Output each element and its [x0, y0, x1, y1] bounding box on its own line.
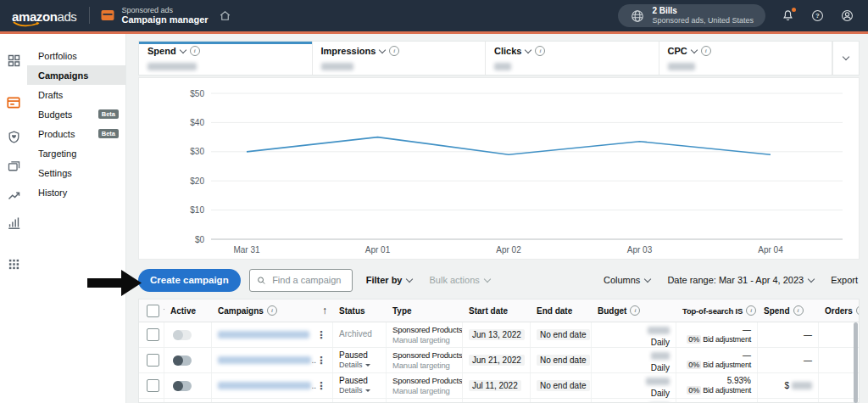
metric-card-spend[interactable]: Spend: [139, 42, 313, 75]
top-of-search-block: —0% Bid adjustment: [682, 325, 751, 345]
create-campaign-button[interactable]: Create campaign: [138, 269, 241, 292]
account-avatar-icon[interactable]: [840, 8, 854, 23]
metric-card-header: Spend: [147, 46, 303, 56]
bulk-actions-label: Bulk actions: [429, 275, 479, 285]
all-apps-grid-icon[interactable]: [4, 255, 23, 273]
dashboard-grid-icon[interactable]: [4, 51, 23, 70]
chevron-down-icon[interactable]: [525, 46, 531, 53]
chevron-down-icon: [808, 275, 815, 282]
campaign-name-redacted[interactable]: [218, 382, 311, 389]
chevron-down-icon[interactable]: [379, 46, 386, 53]
campaign-name-redacted[interactable]: [218, 356, 311, 364]
column-header-active[interactable]: Active: [164, 306, 212, 316]
info-icon[interactable]: [856, 305, 859, 316]
sidebar-item-history[interactable]: History: [27, 182, 125, 202]
info-icon[interactable]: [793, 305, 804, 316]
column-header-spend[interactable]: Spend: [758, 305, 819, 316]
budget-period: Daily: [651, 363, 670, 372]
performance-trend-icon[interactable]: [4, 186, 23, 204]
sidebar-item-targeting[interactable]: Targeting: [27, 143, 125, 163]
campaign-name-redacted[interactable]: [218, 331, 309, 339]
metric-card-clicks[interactable]: Clicks: [486, 42, 659, 75]
sort-ascending-icon[interactable]: ↑: [322, 305, 327, 316]
column-header-end-date[interactable]: End date: [531, 306, 592, 316]
active-toggle[interactable]: [173, 330, 192, 340]
column-header-budget[interactable]: Budget: [592, 305, 676, 316]
page-title: Campaign manager: [121, 14, 208, 25]
collapse-metrics-button[interactable]: [832, 42, 859, 75]
active-toggle[interactable]: [173, 381, 192, 391]
metric-card-impressions[interactable]: Impressions: [313, 42, 487, 75]
row-type-cell: Sponsored ProductsManual targeting: [387, 348, 463, 372]
row-active-cell: [164, 399, 212, 403]
sidebar-item-products[interactable]: ProductsBeta: [27, 124, 125, 143]
brand-safety-shield-icon[interactable]: [4, 127, 23, 146]
type-block: Sponsored ProductsManual targeting: [392, 376, 456, 396]
notifications-bell-icon[interactable]: [781, 8, 795, 23]
row-checkbox[interactable]: [147, 328, 159, 341]
info-icon[interactable]: [389, 46, 399, 56]
status-details-toggle[interactable]: Details: [339, 361, 380, 370]
top-of-search-value: —: [743, 325, 751, 336]
status-block: PausedDetails: [339, 350, 380, 371]
amazon-ads-logo[interactable]: amazonads: [12, 8, 76, 23]
column-header-campaigns[interactable]: Campaigns↑: [212, 305, 333, 316]
table-scrollbar[interactable]: [854, 322, 858, 403]
campaign-search-box[interactable]: [249, 269, 353, 292]
date-range-dropdown[interactable]: Date range: Mar 31 - Apr 4, 2023: [667, 275, 814, 285]
sidebar-item-settings[interactable]: Settings: [27, 163, 125, 182]
bulk-actions-dropdown[interactable]: Bulk actions: [429, 275, 489, 285]
creatives-images-icon[interactable]: [4, 157, 23, 176]
row-checkbox[interactable]: [147, 379, 159, 392]
row-checkbox[interactable]: [147, 354, 159, 367]
reports-bar-chart-icon[interactable]: [4, 213, 23, 232]
metric-card-cpc[interactable]: CPC: [659, 42, 833, 75]
topbar-left: amazonads Sponsored ads Campaign manager: [0, 6, 231, 25]
account-switcher[interactable]: 2 Bills Sponsored ads, United States: [618, 4, 765, 27]
info-icon[interactable]: [190, 46, 200, 56]
row-start-date-cell: Jun 13, 2022: [463, 322, 531, 347]
kebab-menu-icon[interactable]: [316, 381, 326, 391]
search-input[interactable]: [270, 274, 345, 286]
row-select-cell: [139, 322, 164, 347]
home-icon[interactable]: [219, 9, 231, 22]
budget-value-line: [651, 348, 670, 363]
top-navigation-bar: amazonads Sponsored ads Campaign manager: [0, 0, 868, 34]
y-axis-tick-label: $30: [190, 147, 204, 156]
notification-dot: [792, 8, 796, 12]
info-icon[interactable]: [746, 305, 756, 316]
chevron-down-icon[interactable]: [179, 46, 186, 53]
campaigns-rail-icon[interactable]: [4, 93, 23, 112]
info-icon[interactable]: [267, 305, 277, 316]
column-header-top-of-search-is[interactable]: Top-of-search IS: [676, 305, 758, 316]
sidebar-item-campaigns[interactable]: Campaigns: [27, 65, 125, 85]
sidebar-item-drafts[interactable]: Drafts: [27, 85, 125, 104]
row-active-cell: [164, 373, 212, 398]
columns-dropdown[interactable]: Columns: [604, 275, 650, 285]
kebab-menu-icon[interactable]: [316, 330, 326, 340]
select-all-checkbox[interactable]: [147, 305, 159, 317]
column-header-type[interactable]: Type: [387, 306, 463, 316]
sidebar-item-budgets[interactable]: BudgetsBeta: [27, 104, 125, 124]
info-icon[interactable]: [535, 46, 545, 56]
icon-rail: [0, 34, 28, 403]
campaign-type: Sponsored Products: [392, 325, 456, 335]
export-button[interactable]: Export: [831, 275, 858, 285]
column-header-label: Active: [170, 306, 196, 316]
active-toggle[interactable]: [173, 355, 192, 366]
column-header-start-date[interactable]: Start date: [463, 306, 531, 316]
chevron-down-icon[interactable]: [690, 46, 697, 53]
sidebar-item-portfolios[interactable]: Portfolios: [27, 46, 125, 65]
kebab-menu-icon[interactable]: [316, 355, 326, 366]
campaigns-table: ActiveCampaigns↑StatusTypeStart dateEnd …: [138, 299, 860, 403]
column-header-orders[interactable]: Orders: [819, 305, 859, 316]
sidebar-item-label: Drafts: [38, 90, 63, 100]
column-header-status[interactable]: Status: [333, 306, 387, 316]
info-icon[interactable]: [701, 46, 711, 56]
help-icon[interactable]: ?: [810, 8, 825, 23]
column-header-label: Orders: [825, 306, 853, 316]
info-icon[interactable]: [630, 305, 640, 316]
status-details-toggle[interactable]: Details: [339, 386, 380, 395]
filter-by-dropdown[interactable]: Filter by: [366, 275, 413, 285]
budget-value-line: [648, 322, 670, 338]
